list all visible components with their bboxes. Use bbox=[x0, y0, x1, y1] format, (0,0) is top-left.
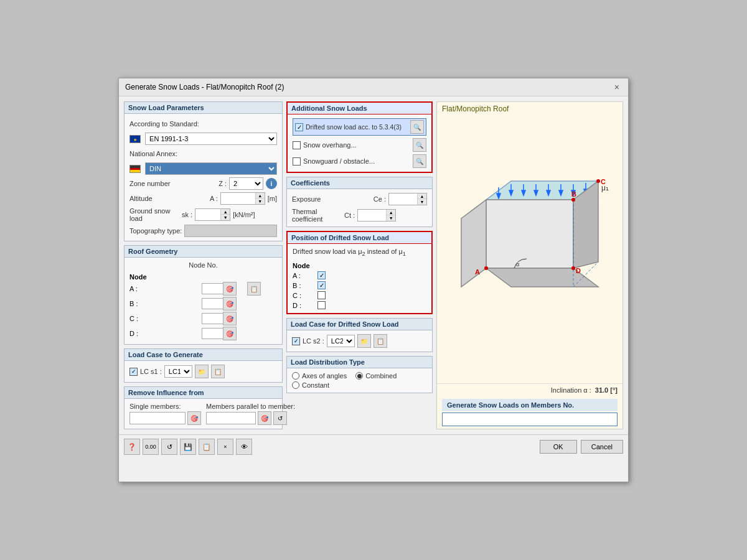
drifted-a-checkbox[interactable]: ✓ bbox=[317, 271, 326, 279]
parallel-members-label: Members parallel to member: bbox=[206, 403, 295, 410]
national-annex-select[interactable]: DIN bbox=[145, 162, 277, 175]
save-btn[interactable]: 💾 bbox=[180, 439, 196, 455]
drifted-b-checkbox[interactable]: ✓ bbox=[317, 281, 326, 289]
ct-input[interactable]: 1.000 bbox=[358, 210, 386, 221]
drifted-node-col: Node bbox=[293, 262, 317, 269]
single-members-pick-btn[interactable]: 🎯 bbox=[187, 411, 201, 425]
node-c-label: C : bbox=[129, 315, 199, 322]
topography-input[interactable] bbox=[184, 225, 277, 237]
altitude-down-btn[interactable]: ▼ bbox=[256, 198, 265, 204]
snowguard-info-btn[interactable]: 🔍 bbox=[413, 154, 426, 168]
values-btn[interactable]: 0.00 bbox=[143, 439, 159, 455]
generate-members-input[interactable]: 4,13 bbox=[442, 413, 618, 426]
close-button[interactable]: × bbox=[612, 82, 622, 92]
lc2-folder-btn[interactable]: 📁 bbox=[357, 334, 371, 348]
ok-button[interactable]: OK bbox=[540, 440, 577, 454]
node-a-pick-btn[interactable]: 🎯 bbox=[223, 282, 237, 296]
view-btn[interactable]: 👁 bbox=[236, 439, 252, 455]
altitude-up-btn[interactable]: ▲ bbox=[256, 193, 265, 198]
lc2-copy-btn[interactable]: 📋 bbox=[374, 334, 387, 348]
node-b-pick-btn[interactable]: 🎯 bbox=[223, 297, 237, 310]
axes-radio-btn[interactable] bbox=[292, 372, 299, 380]
node-d-input[interactable]: 16 bbox=[202, 328, 223, 339]
corner-c-label: C bbox=[601, 178, 606, 185]
altitude-row: Altitude A : 100.000 ▲ ▼ [m] bbox=[129, 192, 277, 205]
lc1-copy-btn[interactable]: 📋 bbox=[211, 365, 225, 378]
snowguard-row: Snowguard / obstacle... 🔍 bbox=[293, 154, 426, 168]
drifted-d-checkbox[interactable] bbox=[317, 301, 326, 309]
cancel-button[interactable]: Cancel bbox=[581, 440, 623, 454]
parallel-clear-btn[interactable]: ↺ bbox=[273, 411, 287, 425]
zone-select[interactable]: 2 bbox=[229, 177, 263, 190]
drifted-c-label: C : bbox=[293, 292, 317, 299]
snowguard-checkbox[interactable] bbox=[293, 157, 301, 166]
middle-panel: Additional Snow Loads ✓ Drifted snow loa… bbox=[286, 101, 433, 429]
overhang-info-btn[interactable]: 🔍 bbox=[413, 138, 426, 152]
corner-b-label: B bbox=[571, 190, 576, 198]
node-a-input[interactable]: 15 bbox=[202, 283, 223, 294]
zone-z-label: Z : bbox=[218, 180, 227, 187]
standard-select[interactable]: EN 1991-1-3 bbox=[145, 133, 277, 145]
ct-up-btn[interactable]: ▲ bbox=[387, 210, 395, 215]
svg-marker-18 bbox=[461, 200, 486, 287]
sk-down-btn[interactable]: ▼ bbox=[221, 215, 230, 220]
drifted-checkbox[interactable]: ✓ bbox=[295, 123, 303, 131]
single-members-input[interactable] bbox=[129, 412, 186, 424]
sk-up-btn[interactable]: ▲ bbox=[221, 209, 230, 215]
national-annex-row: National Annex: bbox=[129, 147, 277, 160]
load-case-section: Load Case to Generate ✓ LC s1 : LC1 📁 📋 bbox=[124, 348, 283, 383]
roof-geometry-header: Roof Geometry bbox=[125, 246, 282, 258]
altitude-input[interactable]: 100.000 bbox=[221, 193, 255, 204]
combined-radio-btn[interactable] bbox=[355, 372, 363, 380]
copy-btn[interactable]: 📋 bbox=[199, 439, 215, 455]
constant-radio-btn[interactable] bbox=[292, 381, 299, 389]
ce-up-btn[interactable]: ▲ bbox=[418, 194, 426, 199]
drifted-info-btn[interactable]: 🔍 bbox=[410, 120, 424, 134]
position-drifted-section: Position of Drifted Snow Load Drifted sn… bbox=[286, 231, 433, 314]
node-a-info-btn[interactable]: 📋 bbox=[247, 282, 261, 296]
corner-d-label: D bbox=[576, 267, 581, 274]
dialog-footer: ❓ 0.00 ↺ 💾 📋 × 👁 OK Cancel bbox=[119, 434, 628, 459]
lc2-select[interactable]: LC2 bbox=[327, 335, 355, 347]
roof-geometry-section: Roof Geometry Node No. Node A : 15 🎯 📋 bbox=[124, 245, 283, 345]
constant-radio-row: Constant bbox=[292, 381, 427, 389]
altitude-spin-btns: ▲ ▼ bbox=[255, 193, 265, 204]
zone-info-button[interactable]: i bbox=[266, 178, 277, 189]
ct-down-btn[interactable]: ▼ bbox=[387, 215, 395, 221]
load-case-drifted-section: Load Case for Drifted Snow Load ✓ LC s2 … bbox=[286, 318, 433, 352]
national-annex-input-row: DIN bbox=[129, 162, 277, 175]
svg-point-26 bbox=[571, 266, 575, 270]
national-annex-label: National Annex: bbox=[129, 150, 177, 157]
lc2-checkbox[interactable]: ✓ bbox=[292, 337, 300, 345]
ce-input[interactable]: 1.000 bbox=[389, 194, 417, 205]
node-c-input[interactable]: 6 bbox=[202, 313, 223, 324]
standard-row: According to Standard: bbox=[129, 118, 277, 130]
snow-load-params-section: Snow Load Parameters According to Standa… bbox=[124, 101, 283, 241]
sk-input[interactable]: 0.85 bbox=[195, 209, 220, 220]
topography-label: Topography type: bbox=[129, 227, 182, 235]
parallel-pick-btn[interactable]: 🎯 bbox=[258, 411, 271, 425]
node-c-pick-btn[interactable]: 🎯 bbox=[223, 312, 237, 325]
table-btn[interactable]: × bbox=[217, 439, 233, 455]
snow-overhang-checkbox[interactable] bbox=[293, 141, 301, 149]
roof-geometry-content: Node No. Node A : 15 🎯 📋 B : 5 bbox=[125, 258, 282, 344]
load-case-content: ✓ LC s1 : LC1 📁 📋 bbox=[125, 361, 282, 382]
sk-spin-btns: ▲ ▼ bbox=[220, 209, 230, 220]
action-buttons: OK Cancel bbox=[540, 440, 623, 454]
help-btn[interactable]: ❓ bbox=[124, 439, 140, 455]
snow-load-params-content: According to Standard: ★ EN 1991-1-3 Nat… bbox=[125, 114, 282, 241]
ce-down-btn[interactable]: ▼ bbox=[418, 199, 426, 205]
snow-overhang-row: Snow overhang... 🔍 bbox=[293, 138, 426, 152]
remove-influence-content: Single members: 🎯 Members parallel to me… bbox=[125, 399, 282, 429]
lc1-checkbox[interactable]: ✓ bbox=[129, 368, 138, 376]
inclination-label: Inclination α : bbox=[551, 386, 591, 394]
node-b-input[interactable]: 5 bbox=[202, 298, 223, 309]
lc1-folder-btn[interactable]: 📁 bbox=[195, 365, 209, 378]
drifted-c-checkbox[interactable] bbox=[317, 291, 326, 299]
load-distribution-header: Load Distribution Type bbox=[287, 357, 432, 368]
parallel-members-input[interactable] bbox=[206, 412, 256, 424]
refresh-btn[interactable]: ↺ bbox=[161, 439, 177, 455]
eu-flag-icon: ★ bbox=[129, 135, 141, 143]
node-d-pick-btn[interactable]: 🎯 bbox=[223, 327, 237, 340]
lc1-select[interactable]: LC1 bbox=[164, 365, 192, 378]
